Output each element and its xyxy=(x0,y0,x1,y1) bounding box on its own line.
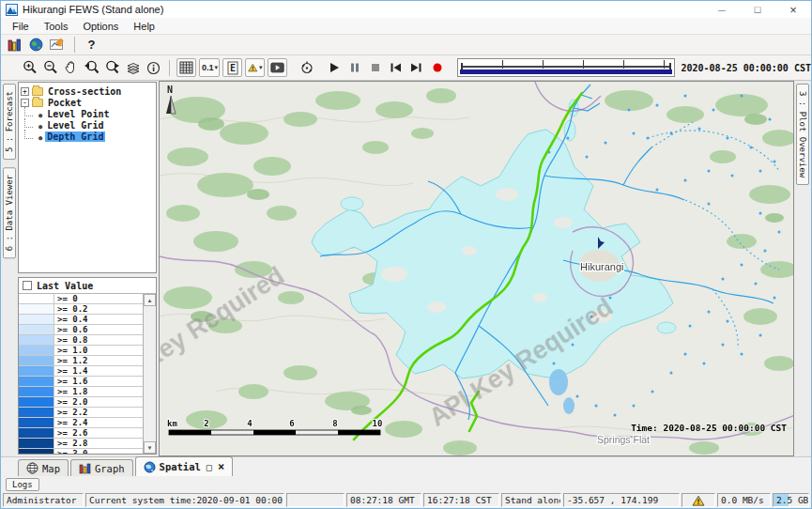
play-icon[interactable] xyxy=(324,58,344,77)
tree-item[interactable]: Level Grid xyxy=(21,119,154,131)
main-area: 5 : Forecast 6 : Data Viewer + Cross-sec… xyxy=(1,81,811,456)
tree-expander-icon[interactable]: - xyxy=(21,99,29,107)
scroll-down-icon[interactable] xyxy=(144,441,156,454)
legend-row: >= 0.8 xyxy=(19,335,143,346)
contour-value-dropdown[interactable]: 0.1 xyxy=(199,58,221,77)
legend-row: >= 2.2 xyxy=(19,408,143,418)
pan-hand-icon[interactable] xyxy=(61,58,81,77)
legend-color-swatch xyxy=(19,439,54,448)
time-slider-range-bar[interactable] xyxy=(460,69,671,74)
status-spacer xyxy=(286,493,345,507)
zoom-in-icon[interactable] xyxy=(20,58,39,77)
tab-spatial[interactable]: Spatial xyxy=(135,456,234,476)
legend-value-label: >= 1.2 xyxy=(54,356,88,365)
legend-panel: Last Value >= 0 >= 0.2 xyxy=(18,277,157,455)
tab-plot-overview[interactable]: 3 : Plot Overview xyxy=(796,84,809,185)
zoom-out-icon[interactable] xyxy=(40,58,60,77)
map-display-icon[interactable] xyxy=(26,36,46,54)
legend-scrollbar[interactable] xyxy=(143,294,156,454)
legend-value-label: >= 1.0 xyxy=(54,346,88,355)
tree-node-icon xyxy=(38,109,42,119)
warning-dropdown[interactable] xyxy=(245,58,265,77)
app-window: Hikurangi FEWS (Stand alone) FileToolsOp… xyxy=(0,0,812,509)
pause-icon[interactable] xyxy=(345,58,364,77)
legend-color-swatch xyxy=(19,418,54,427)
legend-value-label: >= 1.8 xyxy=(54,387,88,396)
right-tab-strip: 3 : Plot Overview xyxy=(794,81,811,456)
tree-item[interactable]: - Pocket xyxy=(21,97,154,108)
toolbar-separator xyxy=(74,37,75,53)
tree-item[interactable]: Depth Grid xyxy=(21,131,154,142)
legend-color-swatch xyxy=(19,294,54,303)
last-frame-icon[interactable] xyxy=(406,58,426,77)
legend-value-label: >= 0.4 xyxy=(54,315,88,324)
tree-item-label[interactable]: Depth Grid xyxy=(45,131,105,142)
legend-row: >= 1.4 xyxy=(19,366,143,377)
tree-item-label[interactable]: Cross-section xyxy=(46,86,123,97)
last-value-checkbox[interactable] xyxy=(23,281,32,290)
legend-header: Last Value xyxy=(19,278,156,294)
database-icon[interactable] xyxy=(5,36,24,54)
legend-value-label: >= 0 xyxy=(54,294,78,303)
layers-icon[interactable] xyxy=(123,58,143,77)
legend-color-swatch xyxy=(19,315,54,324)
svg-text:km: km xyxy=(167,419,177,428)
movie-player-icon[interactable] xyxy=(268,58,287,77)
scroll-up-icon[interactable] xyxy=(144,294,156,306)
spatial-export-icon[interactable] xyxy=(48,36,68,54)
tab-spatial-label: Spatial xyxy=(160,461,201,472)
warning-icon xyxy=(692,495,705,506)
svg-text:E: E xyxy=(230,63,236,73)
legend-toggle-icon[interactable]: E xyxy=(222,58,242,77)
maximize-icon[interactable] xyxy=(740,1,775,18)
record-icon[interactable] xyxy=(427,58,447,77)
tab-forecast[interactable]: 5 : Forecast xyxy=(3,84,16,160)
status-local-time: 16:27:18 CST xyxy=(423,493,499,507)
menu-item[interactable]: Options xyxy=(75,20,126,33)
tree-connector xyxy=(24,130,33,139)
tree-expander-icon[interactable]: + xyxy=(21,87,29,96)
tab-close-icon[interactable] xyxy=(218,460,224,473)
minimize-icon[interactable] xyxy=(704,1,740,18)
tree-item-label[interactable]: Level Point xyxy=(45,109,111,119)
legend-value-label: >= 2.8 xyxy=(54,439,88,448)
tree-item-label[interactable]: Level Grid xyxy=(45,120,105,131)
svg-text:8: 8 xyxy=(332,419,337,428)
tab-graph-label: Graph xyxy=(95,463,125,474)
menu-item[interactable]: Tools xyxy=(37,20,76,33)
legend-value-label: >= 2.0 xyxy=(54,397,88,407)
legend-row: >= 1.0 xyxy=(19,346,143,356)
zoom-previous-icon[interactable] xyxy=(82,58,101,77)
tab-map-label: Map xyxy=(42,463,60,474)
animation-settings-icon[interactable] xyxy=(298,58,317,77)
map-view[interactable]: API Key Required API Key Required Hikura… xyxy=(159,81,794,456)
grid-display-icon[interactable] xyxy=(176,58,196,77)
tab-restore-icon[interactable] xyxy=(207,462,212,472)
tab-graph[interactable]: Graph xyxy=(70,459,133,476)
tab-data-viewer[interactable]: 6 : Data Viewer xyxy=(3,167,16,258)
contour-value: 0.1 xyxy=(202,63,214,72)
legend-value-label: >= 0.8 xyxy=(54,335,88,345)
info-icon[interactable] xyxy=(144,58,163,77)
zoom-next-icon[interactable] xyxy=(102,58,122,77)
svg-text:10: 10 xyxy=(373,419,383,428)
svg-text:4: 4 xyxy=(247,419,253,428)
current-timestep: 2020-08-25 00:00:00 CST xyxy=(682,63,811,73)
tree-node-icon xyxy=(32,87,43,96)
menu-item[interactable]: File xyxy=(5,20,37,33)
status-warning-cell[interactable] xyxy=(682,493,715,507)
first-frame-icon[interactable] xyxy=(386,58,406,77)
close-icon[interactable] xyxy=(775,1,811,18)
tree-item[interactable]: + Cross-section xyxy=(21,85,154,97)
tree-item[interactable]: Level Point xyxy=(21,108,154,119)
tree-item-label[interactable]: Pocket xyxy=(46,98,84,108)
map-label-springs-flat: Springs Flat xyxy=(597,434,650,445)
menu-item[interactable]: Help xyxy=(126,20,162,33)
time-slider[interactable] xyxy=(457,58,674,77)
help-icon[interactable]: ? xyxy=(82,36,101,54)
map-canvas: API Key Required API Key Required Hikura… xyxy=(160,82,794,456)
tab-map[interactable]: Map xyxy=(18,459,69,476)
legend-list: >= 0 >= 0.2 >= 0.4 xyxy=(19,294,143,454)
logs-button[interactable]: Logs xyxy=(6,478,39,491)
stop-icon[interactable] xyxy=(365,58,385,77)
